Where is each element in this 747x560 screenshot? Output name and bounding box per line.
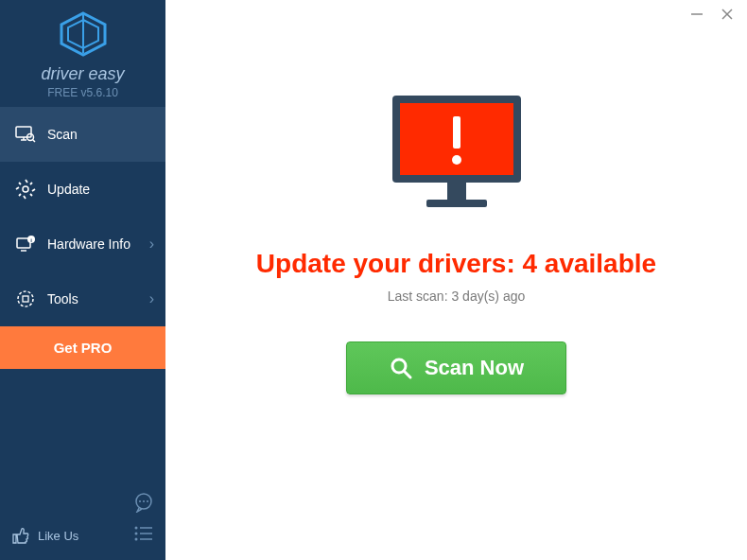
sidebar-item-label: Scan (47, 127, 78, 142)
svg-line-35 (404, 372, 410, 378)
minimize-button[interactable] (690, 8, 704, 25)
sidebar-spacer (0, 369, 165, 484)
gear-icon (15, 179, 36, 200)
logo-section: driver easy FREE v5.6.10 (0, 0, 165, 107)
sidebar-item-update[interactable]: Update (0, 162, 165, 217)
get-pro-button[interactable]: Get PRO (0, 326, 165, 369)
alert-monitor-graphic (381, 90, 532, 226)
chevron-right-icon: › (149, 236, 154, 253)
svg-point-18 (147, 500, 148, 502)
get-pro-label: Get PRO (54, 340, 113, 356)
like-us-label: Like Us (38, 529, 78, 543)
window-controls (690, 8, 734, 25)
svg-rect-30 (447, 183, 466, 200)
sidebar-item-label: Hardware Info (47, 236, 130, 252)
chat-icon[interactable] (133, 492, 154, 516)
monitor-search-icon (15, 124, 36, 145)
svg-point-33 (452, 155, 461, 165)
like-us-button[interactable]: Like Us (11, 526, 78, 545)
hardware-info-icon: i (15, 234, 36, 254)
app-name: driver easy (0, 64, 165, 84)
svg-point-13 (18, 291, 33, 306)
sidebar-item-scan[interactable]: Scan (0, 107, 165, 162)
tools-icon (15, 289, 36, 309)
svg-point-21 (135, 533, 138, 535)
menu-list-icon[interactable] (133, 524, 154, 547)
svg-rect-14 (23, 296, 28, 302)
svg-point-17 (143, 500, 145, 502)
close-button[interactable] (721, 8, 734, 25)
chevron-right-icon: › (149, 290, 154, 307)
svg-point-16 (139, 500, 141, 502)
scan-now-label: Scan Now (425, 356, 524, 380)
last-scan-text: Last scan: 3 day(s) ago (388, 289, 526, 304)
sidebar-item-label: Tools (47, 291, 78, 306)
svg-rect-3 (16, 127, 31, 137)
svg-point-19 (135, 527, 138, 530)
app-logo-icon (58, 11, 109, 57)
update-headline: Update your drivers: 4 available (256, 249, 656, 279)
sidebar-bottom: Like Us (0, 484, 165, 560)
svg-rect-31 (426, 200, 487, 207)
thumbs-up-icon (11, 526, 30, 545)
main-panel: Update your drivers: 4 available Last sc… (165, 0, 747, 560)
svg-point-23 (135, 538, 138, 541)
sidebar: driver easy FREE v5.6.10 Scan Update (0, 0, 165, 560)
svg-point-8 (23, 186, 28, 192)
svg-line-7 (33, 140, 36, 143)
search-icon (389, 356, 413, 380)
sidebar-item-hardware-info[interactable]: i Hardware Info › (0, 217, 165, 271)
app-version: FREE v5.6.10 (0, 86, 165, 99)
sidebar-item-label: Update (47, 182, 90, 197)
scan-now-button[interactable]: Scan Now (346, 341, 566, 394)
sidebar-item-tools[interactable]: Tools › (0, 271, 165, 326)
svg-rect-32 (453, 116, 460, 149)
